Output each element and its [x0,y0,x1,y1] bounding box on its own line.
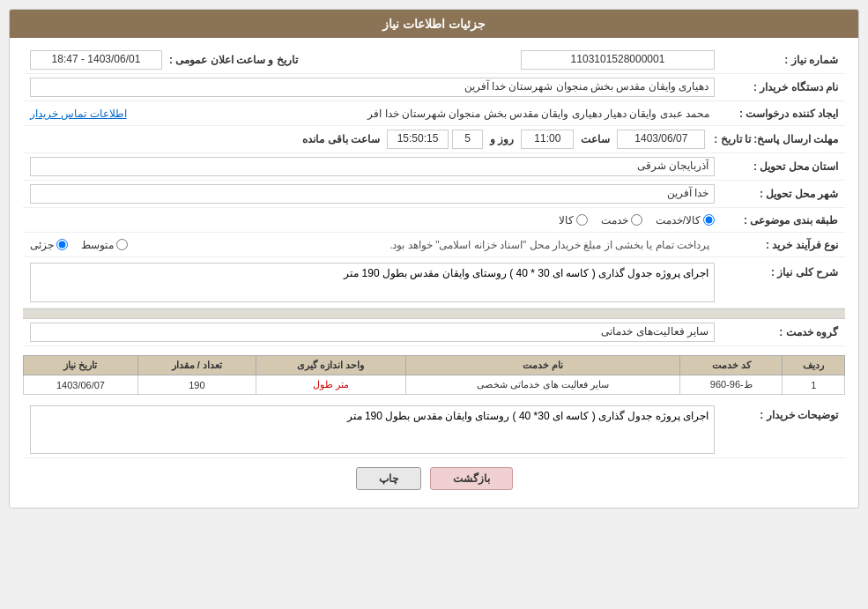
remaining-time: 15:50:15 [387,130,449,149]
content-area: شماره نیاز : 1103101528000001 تاریخ و سا… [10,38,858,508]
city-label: شهر محل تحویل : [715,188,838,200]
process-note: پرداخت تمام یا بخشی از مبلغ خریدار محل "… [141,237,715,253]
page-header: جزئیات اطلاعات نیاز [10,10,858,38]
category-goods-label: کالا [559,214,574,227]
deadline-row: مهلت ارسال پاسخ: تا تاریخ : 1403/06/07 س… [23,126,845,153]
process-type-label: نوع فرآیند خرید : [715,239,838,251]
announce-datetime-value: 1403/06/01 - 18:47 [30,50,162,70]
buyer-notes-label: توضیحات خریدار : [715,405,838,421]
creator-link[interactable]: اطلاعات تماس خریدار [30,108,134,120]
province-label: استان محل تحویل : [715,160,838,173]
category-service-label: خدمت [601,214,628,227]
creator-label: ایجاد کننده درخواست : [715,108,838,120]
category-label: طبقه بندی موضوعی : [715,214,838,227]
category-service-radio[interactable] [631,214,642,226]
page-wrapper: جزئیات اطلاعات نیاز شماره نیاز : 1103101… [0,0,868,609]
back-button[interactable]: بازگشت [430,467,513,490]
category-goods-option[interactable]: کالا [559,214,588,227]
main-container: جزئیات اطلاعات نیاز شماره نیاز : 1103101… [9,9,859,509]
need-number-row: شماره نیاز : 1103101528000001 تاریخ و سا… [23,47,845,74]
table-header-row: ردیف کد خدمت نام خدمت واحد اندازه گیری ت… [24,356,845,375]
deadline-time: 11:00 [521,130,574,149]
process-radio-group: پرداخت تمام یا بخشی از مبلغ خریدار محل "… [30,237,715,253]
days-label: روز و [486,133,517,145]
deadline-date: 1403/06/07 [617,130,705,149]
city-row: شهر محل تحویل : خدا آفرین [23,181,845,208]
buttons-row: بازگشت چاپ [23,458,845,499]
page-title: جزئیات اطلاعات نیاز [382,17,486,31]
col-header-service-code: کد خدمت [680,356,783,375]
province-row: استان محل تحویل : آذربایجان شرقی [23,153,845,181]
description-label: شرح کلی نیاز : [715,263,838,279]
col-header-date: تاریخ نیاز [24,356,138,375]
category-radio-group: کالا/خدمت خدمت کالا [30,214,715,227]
cell-service-code: ط-96-960 [680,375,783,395]
col-header-service-name: نام خدمت [405,356,679,375]
cell-date: 1403/06/07 [24,375,138,395]
category-row: طبقه بندی موضوعی : کالا/خدمت خدمت کالا [23,208,845,233]
category-service-option[interactable]: خدمت [601,214,642,227]
col-header-quantity: تعداد / مقدار [137,356,256,375]
description-row: شرح کلی نیاز : [23,257,845,308]
cell-quantity: 190 [137,375,256,395]
buyer-notes-row: توضیحات خریدار : [23,402,845,458]
service-group-value: سایر فعالیت‌های خدماتی [30,323,715,342]
service-group-row: گروه خدمت : سایر فعالیت‌های خدماتی [23,319,845,346]
buyer-org-label: نام دستگاه خریدار : [715,81,838,93]
process-partial-option[interactable]: جزئی [30,239,68,251]
description-textarea[interactable] [30,263,715,302]
time-label: ساعت [577,133,613,145]
category-goods-service-option[interactable]: کالا/خدمت [656,214,715,227]
city-value: خدا آفرین [30,184,715,204]
process-medium-option[interactable]: متوسط [81,239,128,251]
category-goods-radio[interactable] [576,214,588,226]
process-partial-label: جزئی [30,239,54,251]
table-row: 1 ط-96-960 سایر فعالیت های خدماتی شخصی م… [24,375,845,395]
creator-row: ایجاد کننده درخواست : محمد عبدی وایقان د… [23,101,845,126]
category-goods-service-label: کالا/خدمت [656,214,701,227]
buyer-org-row: نام دستگاه خریدار : دهیاری وایقان مقدس ب… [23,74,845,101]
remaining-label: ساعت باقی مانده [299,133,383,145]
deadline-label: مهلت ارسال پاسخ: تا تاریخ : [705,133,838,145]
announce-datetime-label: تاریخ و ساعت اعلان عمومی : [162,54,298,66]
print-button[interactable]: چاپ [356,467,421,490]
services-section-title [23,308,845,319]
services-table: ردیف کد خدمت نام خدمت واحد اندازه گیری ت… [23,355,845,395]
process-type-row: نوع فرآیند خرید : پرداخت تمام یا بخشی از… [23,233,845,257]
buyer-org-value: دهیاری وایقان مقدس بخش منجوان شهرستان خد… [30,78,715,97]
process-medium-label: متوسط [81,239,114,251]
process-partial-radio[interactable] [56,239,68,250]
category-goods-service-radio[interactable] [703,214,715,226]
cell-row-num: 1 [783,375,845,395]
deadline-days: 5 [452,130,483,149]
cell-service-name: سایر فعالیت های خدماتی شخصی [405,375,679,395]
col-header-row-num: ردیف [783,356,845,375]
deadline-date-row: 1403/06/07 ساعت 11:00 روز و 5 15:50:15 س… [30,130,705,149]
services-table-section: ردیف کد خدمت نام خدمت واحد اندازه گیری ت… [23,355,845,395]
buyer-notes-textarea[interactable] [30,405,715,454]
col-header-unit: واحد اندازه گیری [256,356,405,375]
need-number-label: شماره نیاز : [715,54,838,66]
cell-unit: متر طول [256,375,405,395]
process-medium-radio[interactable] [116,239,128,250]
province-value: آذربایجان شرقی [30,157,715,176]
service-group-label: گروه خدمت : [715,326,838,338]
creator-value: محمد عبدی وایقان دهیار دهیاری وایقان مقد… [134,106,715,122]
need-number-value: 1103101528000001 [521,50,715,70]
